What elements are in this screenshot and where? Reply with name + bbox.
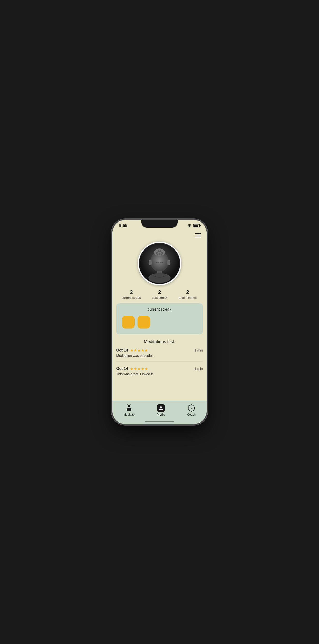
phone-screen: 9:55 bbox=[112, 220, 207, 424]
bottom-nav: Meditate Profile bbox=[112, 401, 207, 424]
svg-point-13 bbox=[167, 260, 170, 266]
svg-point-5 bbox=[158, 250, 159, 252]
stat-total-minutes: 2 total minutes bbox=[174, 289, 202, 300]
current-streak-label: current streak bbox=[117, 296, 145, 300]
svg-point-10 bbox=[161, 254, 162, 256]
avatar bbox=[138, 242, 181, 285]
svg-point-11 bbox=[158, 264, 161, 266]
svg-line-30 bbox=[189, 410, 189, 411]
svg-line-19 bbox=[127, 404, 128, 405]
menu-line-1 bbox=[195, 233, 201, 234]
phone-frame: 9:55 bbox=[112, 220, 207, 424]
menu-line-3 bbox=[195, 236, 201, 237]
total-minutes-label: total minutes bbox=[174, 296, 202, 300]
svg-point-6 bbox=[159, 250, 161, 252]
svg-line-29 bbox=[194, 405, 194, 406]
svg-line-28 bbox=[189, 405, 189, 406]
avatar-section bbox=[112, 239, 207, 289]
stat-best-streak: 2 best streak bbox=[145, 289, 174, 300]
meditation-date-stars-2: Oct 14 ★★★★★ bbox=[116, 366, 148, 371]
meditation-item: Oct 14 ★★★★★ 1 min This was great. I lov… bbox=[116, 366, 203, 380]
streak-dot-2 bbox=[137, 316, 150, 328]
meditation-header-1: Oct 14 ★★★★★ 1 min bbox=[116, 348, 203, 353]
app-header bbox=[112, 230, 207, 239]
svg-point-15 bbox=[148, 273, 171, 283]
nav-item-coach[interactable]: AI Coach bbox=[183, 403, 199, 417]
total-minutes-value: 2 bbox=[174, 289, 202, 296]
nav-item-profile[interactable]: Profile bbox=[153, 403, 169, 417]
meditation-duration-1: 1 min bbox=[195, 348, 203, 352]
current-streak-value: 2 bbox=[117, 289, 145, 296]
stats-row: 2 current streak 2 best streak 2 total m… bbox=[112, 289, 207, 303]
meditation-date-1: Oct 14 bbox=[116, 348, 128, 352]
streak-dots bbox=[121, 315, 198, 330]
buddha-image bbox=[139, 243, 180, 284]
svg-point-0 bbox=[189, 227, 190, 228]
app-content: 2 current streak 2 best streak 2 total m… bbox=[112, 230, 207, 401]
meditation-date-stars-1: Oct 14 ★★★★★ bbox=[116, 348, 148, 353]
meditation-note-1: Meditation was peaceful. bbox=[116, 354, 203, 358]
status-time: 9:55 bbox=[119, 223, 127, 228]
meditation-header-2: Oct 14 ★★★★★ 1 min bbox=[116, 366, 203, 371]
nav-label-profile: Profile bbox=[157, 413, 165, 416]
svg-point-4 bbox=[156, 252, 158, 254]
meditation-date-2: Oct 14 bbox=[116, 366, 128, 371]
svg-point-20 bbox=[127, 409, 131, 411]
meditation-duration-2: 1 min bbox=[195, 367, 203, 371]
coach-icon: AI bbox=[188, 404, 195, 412]
svg-point-12 bbox=[149, 260, 152, 266]
meditate-icon bbox=[125, 404, 133, 412]
svg-line-31 bbox=[194, 410, 194, 411]
profile-icon bbox=[157, 404, 165, 412]
battery-icon bbox=[193, 224, 200, 228]
nav-label-coach: Coach bbox=[187, 413, 196, 416]
svg-point-9 bbox=[159, 253, 160, 254]
stat-current-streak: 2 current streak bbox=[117, 289, 145, 300]
stars-1: ★★★★★ bbox=[130, 348, 148, 353]
meditations-title: Meditations List: bbox=[116, 339, 203, 344]
svg-line-18 bbox=[130, 404, 131, 405]
notch bbox=[141, 220, 178, 228]
nav-item-meditate[interactable]: Meditate bbox=[120, 403, 138, 417]
menu-line-2 bbox=[195, 235, 201, 236]
streak-card-title: current streak bbox=[121, 307, 198, 312]
nav-label-meditate: Meditate bbox=[123, 413, 135, 416]
streak-dot-1 bbox=[122, 316, 135, 328]
svg-point-16 bbox=[128, 405, 130, 407]
svg-text:AI: AI bbox=[190, 408, 192, 410]
streak-card: current streak bbox=[116, 303, 203, 334]
meditations-section: Meditations List: Oct 14 ★★★★★ 1 min Med… bbox=[112, 339, 207, 385]
meditation-note-2: This was great. I loved it. bbox=[116, 372, 203, 376]
meditation-item: Oct 14 ★★★★★ 1 min Meditation was peacef… bbox=[116, 348, 203, 362]
menu-button[interactable] bbox=[194, 232, 202, 238]
home-indicator bbox=[145, 421, 174, 422]
best-streak-label: best streak bbox=[145, 296, 174, 300]
svg-point-8 bbox=[157, 254, 159, 256]
svg-point-21 bbox=[160, 406, 162, 408]
svg-point-7 bbox=[161, 252, 163, 254]
stars-2: ★★★★★ bbox=[130, 366, 148, 371]
status-icons bbox=[187, 224, 200, 228]
wifi-icon bbox=[187, 224, 192, 228]
best-streak-value: 2 bbox=[145, 289, 174, 296]
